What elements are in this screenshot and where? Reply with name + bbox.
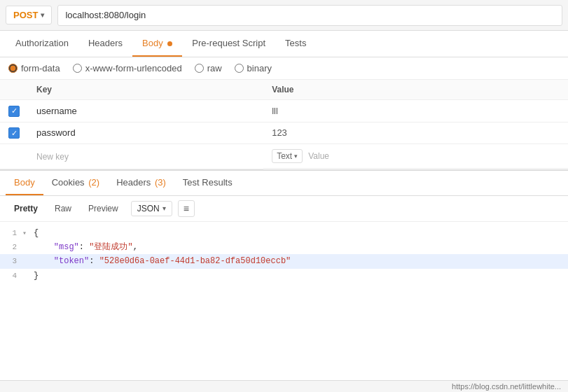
method-label: POST <box>13 10 38 20</box>
code-area: 1 ▾ { 2 "msg": "登陆成功", 3 "token": "528e0… <box>0 222 568 288</box>
radio-x-www-form-urlencoded[interactable]: x-www-form-urlencoded <box>73 63 182 74</box>
row2-checkbox-cell <box>0 122 28 144</box>
line-1-arrow: ▾ <box>22 227 32 239</box>
row1-checkbox[interactable] <box>8 106 20 117</box>
wrap-button[interactable]: ≡ <box>178 200 195 217</box>
method-chevron-icon: ▾ <box>41 11 44 19</box>
headers-count: (3) <box>155 177 166 188</box>
radio-binary[interactable]: binary <box>235 63 272 74</box>
radio-raw[interactable]: raw <box>195 63 222 74</box>
new-value-cell: Text ▾ Value <box>263 144 568 169</box>
form-data-table: Key Value username lll password 123 <box>0 80 568 169</box>
line-num-2: 2 <box>0 241 22 254</box>
code-line-2: 2 "msg": "登陆成功", <box>0 240 568 254</box>
line-num-3: 3 <box>0 255 22 268</box>
resp-tab-headers[interactable]: Headers (3) <box>108 171 174 195</box>
tab-body[interactable]: Body <box>132 31 182 57</box>
col-value-header: Value <box>263 80 568 100</box>
request-tabs: Authorization Headers Body Pre-request S… <box>0 31 568 57</box>
resp-tab-body[interactable]: Body <box>6 171 43 195</box>
fmt-tab-raw[interactable]: Raw <box>48 201 78 216</box>
code-line-4: 4 } <box>0 269 568 283</box>
col-key-header: Key <box>28 80 263 100</box>
response-area: Body Cookies (2) Headers (3) Test Result… <box>0 169 568 288</box>
new-row-checkbox-cell <box>0 144 28 169</box>
fmt-tab-preview[interactable]: Preview <box>81 201 125 216</box>
format-select-label: JSON <box>137 204 160 214</box>
top-bar: POST ▾ <box>0 0 568 31</box>
row1-key[interactable]: username <box>28 100 263 122</box>
body-type-row: form-data x-www-form-urlencoded raw bina… <box>0 57 568 80</box>
format-bar: Pretty Raw Preview JSON ▾ ≡ <box>0 196 568 222</box>
new-key-row: New key Text ▾ Value <box>0 144 568 169</box>
code-line-3: 3 "token": "528e0d6a-0aef-44d1-ba82-dfa5… <box>0 254 568 268</box>
row1-value[interactable]: lll <box>263 100 568 122</box>
tab-authorization[interactable]: Authorization <box>6 31 78 57</box>
new-key-placeholder[interactable]: New key <box>36 152 69 162</box>
line-3-content: "token": "528e0d6a-0aef-44d1-ba82-dfa50d… <box>32 254 568 268</box>
row2-value[interactable]: 123 <box>263 122 568 144</box>
format-select-chevron-icon: ▾ <box>162 204 166 212</box>
line-num-1: 1 <box>0 227 22 240</box>
line-4-content: } <box>32 269 568 283</box>
row2-key[interactable]: password <box>28 122 263 144</box>
code-line-1: 1 ▾ { <box>0 226 568 240</box>
radio-form-data[interactable]: form-data <box>8 63 60 74</box>
response-tabs: Body Cookies (2) Headers (3) Test Result… <box>0 171 568 196</box>
row1-checkbox-cell <box>0 100 28 122</box>
method-button[interactable]: POST ▾ <box>6 6 52 24</box>
text-type-dropdown[interactable]: Text ▾ <box>272 149 303 163</box>
text-dropdown-chevron-icon: ▾ <box>294 153 298 160</box>
line-1-content: { <box>32 226 568 240</box>
status-bar: https://blog.csdn.net/littlewhite... <box>0 380 568 392</box>
new-value-placeholder[interactable]: Value <box>308 151 329 161</box>
new-key-input-cell: New key <box>28 144 263 169</box>
format-select[interactable]: JSON ▾ <box>131 201 172 216</box>
url-input[interactable] <box>57 5 562 26</box>
fmt-tab-pretty[interactable]: Pretty <box>7 201 45 216</box>
table-row: password 123 <box>0 122 568 144</box>
line-2-content: "msg": "登陆成功", <box>32 240 568 254</box>
resp-tab-test-results[interactable]: Test Results <box>174 171 241 195</box>
col-checkbox <box>0 80 28 100</box>
text-type-label: Text <box>277 151 292 161</box>
resp-tab-cookies[interactable]: Cookies (2) <box>43 171 109 195</box>
row2-checkbox[interactable] <box>8 127 20 139</box>
line-num-4: 4 <box>0 270 22 283</box>
cookies-count: (2) <box>88 177 99 188</box>
status-url: https://blog.csdn.net/littlewhite... <box>452 382 561 391</box>
table-row: username lll <box>0 100 568 122</box>
tab-headers[interactable]: Headers <box>78 31 132 57</box>
tab-prerequest[interactable]: Pre-request Script <box>182 31 275 57</box>
body-tab-dot <box>167 41 172 46</box>
tab-tests[interactable]: Tests <box>275 31 316 57</box>
